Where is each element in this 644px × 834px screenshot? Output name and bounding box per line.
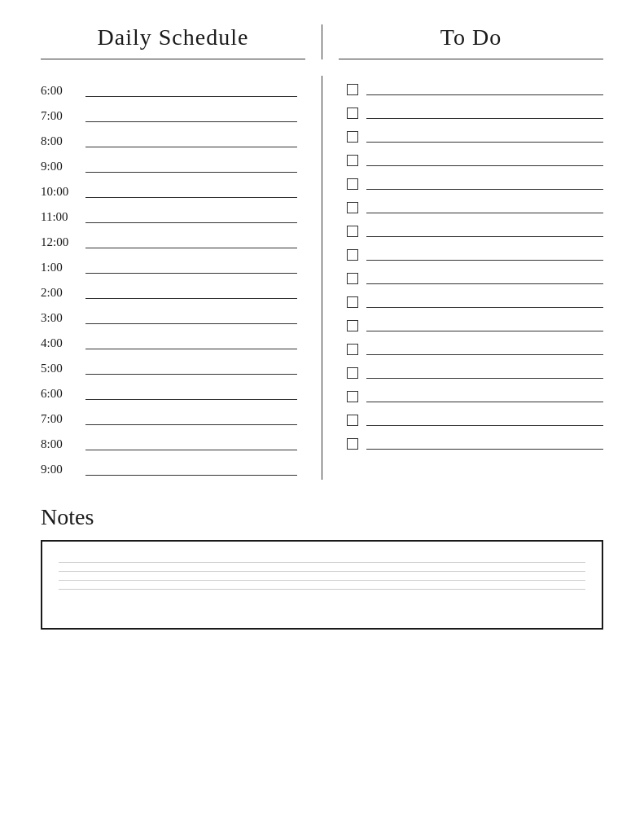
todo-row[interactable] xyxy=(347,406,603,430)
time-line xyxy=(85,273,297,274)
time-line xyxy=(85,349,297,349)
todo-row[interactable] xyxy=(347,430,603,454)
time-label: 4:00 xyxy=(41,336,85,352)
todo-row[interactable] xyxy=(347,312,603,336)
todo-item-line xyxy=(366,331,603,331)
todo-section xyxy=(322,76,603,480)
notes-box[interactable] xyxy=(41,540,603,630)
time-line xyxy=(85,197,297,198)
time-label: 6:00 xyxy=(41,387,85,402)
time-line xyxy=(85,248,297,248)
schedule-row[interactable]: 11:00 xyxy=(41,202,297,227)
time-label: 5:00 xyxy=(41,362,85,377)
time-label: 6:00 xyxy=(41,84,85,99)
todo-checkbox[interactable] xyxy=(347,344,358,355)
schedule-row[interactable]: 8:00 xyxy=(41,429,297,454)
page-header: Daily Schedule To Do xyxy=(41,24,603,59)
todo-underline xyxy=(339,59,603,59)
schedule-row[interactable]: 2:00 xyxy=(41,278,297,303)
schedule-row[interactable]: 12:00 xyxy=(41,227,297,252)
notes-line xyxy=(59,571,585,572)
schedule-row[interactable]: 6:00 xyxy=(41,379,297,404)
notes-title: Notes xyxy=(41,504,603,530)
schedule-row[interactable]: 7:00 xyxy=(41,404,297,429)
todo-row[interactable] xyxy=(347,99,603,123)
todo-row[interactable] xyxy=(347,76,603,99)
schedule-row[interactable]: 10:00 xyxy=(41,177,297,202)
time-line xyxy=(85,475,297,476)
todo-item-line xyxy=(366,213,603,213)
todo-item-line xyxy=(366,402,603,402)
time-line xyxy=(85,450,297,450)
todo-row[interactable] xyxy=(347,288,603,312)
todo-checkbox[interactable] xyxy=(347,131,358,143)
todo-row[interactable] xyxy=(347,217,603,241)
schedule-row[interactable]: 7:00 xyxy=(41,101,297,126)
time-label: 8:00 xyxy=(41,437,85,453)
todo-row[interactable] xyxy=(347,170,603,194)
time-label: 7:00 xyxy=(41,109,85,125)
schedule-row[interactable]: 1:00 xyxy=(41,252,297,278)
todo-checkbox[interactable] xyxy=(347,178,358,190)
time-line xyxy=(85,121,297,122)
todo-checkbox[interactable] xyxy=(347,108,358,119)
todo-item-line xyxy=(366,449,603,450)
todo-checkbox[interactable] xyxy=(347,415,358,426)
notes-line xyxy=(59,589,585,590)
todo-item-line xyxy=(366,425,603,426)
todo-checkbox[interactable] xyxy=(347,320,358,331)
todo-checkbox[interactable] xyxy=(347,391,358,402)
main-content: 6:00 7:00 8:00 9:00 10:00 11:00 12:00 1:… xyxy=(41,76,603,480)
todo-row[interactable] xyxy=(347,123,603,147)
schedule-row[interactable]: 8:00 xyxy=(41,126,297,151)
todo-item-line xyxy=(366,94,603,95)
todo-item-line xyxy=(366,260,603,261)
time-label: 9:00 xyxy=(41,160,85,175)
todo-row[interactable] xyxy=(347,194,603,217)
todo-checkbox[interactable] xyxy=(347,438,358,450)
time-line xyxy=(85,96,297,97)
time-line xyxy=(85,222,297,223)
todo-checkbox[interactable] xyxy=(347,273,358,284)
todo-checkbox[interactable] xyxy=(347,84,358,95)
schedule-section: 6:00 7:00 8:00 9:00 10:00 11:00 12:00 1:… xyxy=(41,76,322,480)
time-line xyxy=(85,374,297,375)
todo-row[interactable] xyxy=(347,383,603,406)
schedule-row[interactable]: 9:00 xyxy=(41,151,297,177)
time-label: 1:00 xyxy=(41,261,85,276)
schedule-header: Daily Schedule xyxy=(41,24,322,59)
todo-item-line xyxy=(366,118,603,119)
schedule-row[interactable]: 4:00 xyxy=(41,328,297,353)
todo-checkbox[interactable] xyxy=(347,249,358,261)
todo-checkbox[interactable] xyxy=(347,155,358,166)
schedule-row[interactable]: 9:00 xyxy=(41,454,297,480)
time-label: 10:00 xyxy=(41,185,85,200)
todo-row[interactable] xyxy=(347,265,603,288)
time-label: 8:00 xyxy=(41,134,85,150)
schedule-row[interactable]: 5:00 xyxy=(41,353,297,379)
todo-item-line xyxy=(366,236,603,237)
notes-line xyxy=(59,562,585,563)
todo-row[interactable] xyxy=(347,241,603,265)
time-label: 7:00 xyxy=(41,412,85,428)
todo-checkbox[interactable] xyxy=(347,367,358,379)
schedule-underline xyxy=(41,59,305,59)
time-label: 12:00 xyxy=(41,235,85,251)
todo-header: To Do xyxy=(322,24,603,59)
schedule-row[interactable]: 3:00 xyxy=(41,303,297,328)
todo-row[interactable] xyxy=(347,336,603,359)
schedule-row[interactable]: 6:00 xyxy=(41,76,297,101)
todo-item-line xyxy=(366,189,603,190)
todo-item-line xyxy=(366,283,603,284)
todo-item-line xyxy=(366,307,603,308)
todo-row[interactable] xyxy=(347,359,603,383)
time-label: 2:00 xyxy=(41,286,85,301)
todo-checkbox[interactable] xyxy=(347,296,358,308)
todo-checkbox[interactable] xyxy=(347,226,358,237)
todo-row[interactable] xyxy=(347,147,603,170)
todo-checkbox[interactable] xyxy=(347,202,358,213)
todo-item-line xyxy=(366,165,603,166)
notes-section: Notes xyxy=(41,504,603,630)
time-label: 9:00 xyxy=(41,463,85,478)
time-line xyxy=(85,147,297,147)
